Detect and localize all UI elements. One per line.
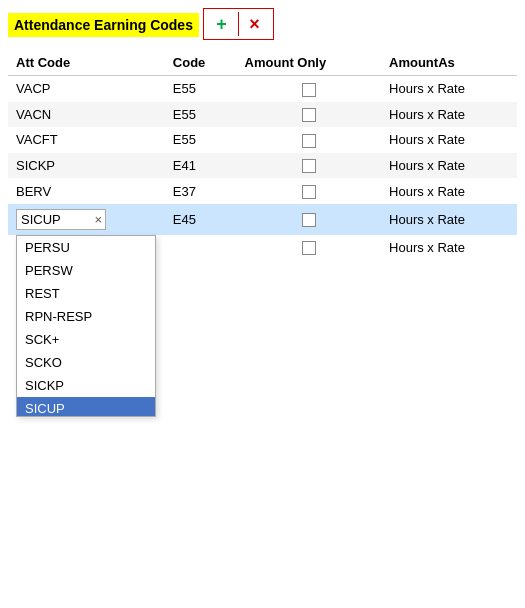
table-row[interactable]: BERVE37Hours x Rate bbox=[8, 178, 517, 204]
dropdown-item[interactable]: RPN-RESP bbox=[17, 305, 155, 328]
att-code-cell: VACFT bbox=[8, 127, 165, 153]
dropdown-item[interactable]: PERSU bbox=[17, 236, 155, 259]
toolbar-divider bbox=[238, 12, 239, 36]
col-amount-only: Amount Only bbox=[237, 50, 381, 76]
amount-only-cell[interactable] bbox=[237, 235, 381, 261]
clear-input-button[interactable]: × bbox=[94, 213, 102, 226]
code-cell: E55 bbox=[165, 102, 237, 128]
att-code-cell: BERV bbox=[8, 178, 165, 204]
page-title: Attendance Earning Codes bbox=[8, 13, 199, 37]
remove-button[interactable]: × bbox=[241, 12, 269, 36]
dropdown-item[interactable]: REST bbox=[17, 282, 155, 305]
dropdown-item[interactable]: SCK+ bbox=[17, 328, 155, 351]
table-row[interactable]: VACFTE55Hours x Rate bbox=[8, 127, 517, 153]
code-cell bbox=[165, 235, 237, 261]
earning-codes-table: Att Code Code Amount Only AmountAs VACPE… bbox=[8, 50, 517, 260]
amount-only-checkbox[interactable] bbox=[302, 83, 316, 97]
amount-only-checkbox[interactable] bbox=[302, 159, 316, 173]
att-code-cell: SICKP bbox=[8, 153, 165, 179]
amount-only-cell[interactable] bbox=[237, 102, 381, 128]
dropdown-item[interactable]: PERSW bbox=[17, 259, 155, 282]
amount-only-cell[interactable] bbox=[237, 76, 381, 102]
add-button[interactable]: + bbox=[208, 12, 236, 36]
col-code: Code bbox=[165, 50, 237, 76]
dropdown-item[interactable]: SICKP bbox=[17, 374, 155, 397]
code-cell: E41 bbox=[165, 153, 237, 179]
toolbar: + × bbox=[203, 8, 274, 40]
att-code-cell[interactable]: × bbox=[8, 204, 165, 235]
amount-only-cell[interactable] bbox=[237, 204, 381, 235]
amount-only-checkbox[interactable] bbox=[302, 213, 316, 227]
amount-as-cell: Hours x Rate bbox=[381, 76, 517, 102]
table-row[interactable]: VACPE55Hours x Rate bbox=[8, 76, 517, 102]
amount-only-cell[interactable] bbox=[237, 178, 381, 204]
amount-as-cell: Hours x Rate bbox=[381, 127, 517, 153]
amount-only-checkbox[interactable] bbox=[302, 108, 316, 122]
dropdown-item[interactable]: SICUP bbox=[17, 397, 155, 416]
amount-as-cell: Hours x Rate bbox=[381, 235, 517, 261]
code-cell: E55 bbox=[165, 127, 237, 153]
amount-only-cell[interactable] bbox=[237, 153, 381, 179]
amount-only-checkbox[interactable] bbox=[302, 134, 316, 148]
att-code-cell: VACN bbox=[8, 102, 165, 128]
amount-as-cell: Hours x Rate bbox=[381, 178, 517, 204]
page-wrapper: Attendance Earning Codes + × Att Code Co… bbox=[0, 0, 525, 268]
att-code-input[interactable] bbox=[16, 209, 106, 230]
table-row[interactable]: ×E45Hours x Rate bbox=[8, 204, 517, 235]
att-code-input-wrap: × bbox=[16, 209, 106, 230]
amount-only-checkbox[interactable] bbox=[302, 241, 316, 255]
col-att-code: Att Code bbox=[8, 50, 165, 76]
amount-only-cell[interactable] bbox=[237, 127, 381, 153]
dropdown-item[interactable]: SCKO bbox=[17, 351, 155, 374]
amount-as-cell: Hours x Rate bbox=[381, 204, 517, 235]
att-code-dropdown: PERSUPERSWRESTRPN-RESPSCK+SCKOSICKPSICUP bbox=[16, 235, 156, 417]
amount-as-cell: Hours x Rate bbox=[381, 102, 517, 128]
code-cell: E37 bbox=[165, 178, 237, 204]
table-row[interactable]: VACNE55Hours x Rate bbox=[8, 102, 517, 128]
col-amount-as: AmountAs bbox=[381, 50, 517, 76]
att-code-cell: VACP bbox=[8, 76, 165, 102]
code-cell: E45 bbox=[165, 204, 237, 235]
amount-only-checkbox[interactable] bbox=[302, 185, 316, 199]
code-cell: E55 bbox=[165, 76, 237, 102]
amount-as-cell: Hours x Rate bbox=[381, 153, 517, 179]
table-header-row: Att Code Code Amount Only AmountAs bbox=[8, 50, 517, 76]
dropdown-scroll-area[interactable]: PERSUPERSWRESTRPN-RESPSCK+SCKOSICKPSICUP bbox=[17, 236, 155, 416]
table-row[interactable]: SICKPE41Hours x Rate bbox=[8, 153, 517, 179]
